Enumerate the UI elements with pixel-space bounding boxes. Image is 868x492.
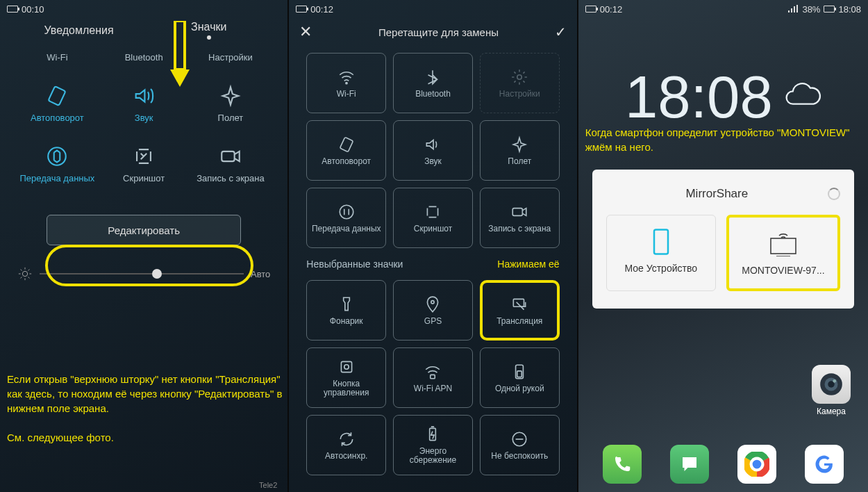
weather-icon [783,79,821,117]
svg-point-5 [346,82,347,83]
cell-dnd[interactable]: Не беспокоить [480,415,560,475]
tile-airplane[interactable]: Полет [187,73,274,133]
status-bar: 00:12 38% 18:08 [578,0,868,18]
dock-phone[interactable] [603,445,642,484]
battery-icon [296,6,307,13]
annotation-arrow [167,21,194,90]
unselected-grid: Фонарик GPS Трансляция Кнопка управления… [289,273,576,482]
annotation-highlight-edit [45,245,253,286]
tab-icons[interactable]: Значки [144,21,274,40]
status-time: 00:12 [600,4,623,15]
label-wifi: Wi-Fi [14,42,101,73]
brightness-icon [17,266,33,281]
svg-rect-0 [175,21,185,69]
panel-2-edit-tiles: 00:12 ✕ Перетащите для замены ✓ Wi-Fi Bl… [289,0,576,492]
cell-gps[interactable]: GPS [393,280,473,341]
svg-rect-12 [341,361,351,372]
svg-rect-3 [222,151,234,161]
lockscreen-clock: 18:08 [578,63,868,131]
clock-small: 18:08 [838,4,861,15]
svg-rect-1 [49,86,66,106]
cell-settings[interactable]: Настройки [480,53,560,113]
carrier-label: Tele2 [259,481,277,489]
dock [578,445,868,484]
dialog-title: MirrorShare [606,187,840,201]
annotation-text-2: Когда смартфон определит устройство "MON… [585,125,858,154]
svg-rect-14 [431,375,435,378]
cell-wifi[interactable]: Wi-Fi [306,53,386,113]
unselected-header: Невыбранные значки Нажимаем её [289,255,576,273]
svg-point-4 [22,271,27,276]
svg-point-8 [340,205,353,219]
status-bar: 00:12 [289,0,576,18]
qs-grid: Автоповорот Звук Полет Передача данных С… [0,73,287,194]
tile-autorotate[interactable]: Автоповорот [14,73,101,133]
tile-screenshot[interactable]: Скриншот [101,133,187,194]
cell-bluetooth[interactable]: Bluetooth [393,53,473,113]
dock-google[interactable] [805,445,844,484]
cell-navbutton[interactable]: Кнопка управления [306,347,386,408]
signal-icon [787,5,799,13]
spinner-icon [828,188,840,200]
app-camera-label: Камера [807,407,856,416]
dock-chrome[interactable] [737,445,776,484]
app-camera[interactable] [812,365,851,404]
annotation-hint: Нажимаем её [497,259,559,270]
status-time: 00:12 [310,4,333,15]
cell-wifiapn[interactable]: Wi-Fi APN [393,347,473,408]
svg-point-6 [517,74,522,79]
dock-messages[interactable] [670,445,709,484]
cell-cast[interactable]: Трансляция [480,280,560,341]
cell-flashlight[interactable]: Фонарик [306,280,386,341]
tab-notifications[interactable]: Уведомления [14,24,144,37]
svg-rect-20 [771,238,796,254]
battery-icon [7,6,18,13]
mirrorshare-dialog: MirrorShare Мое Устройство MONTOVIEW-97.… [592,170,854,309]
selected-grid: Wi-Fi Bluetooth Настройки Автоповорот Зв… [289,46,576,255]
device-mine[interactable]: Мое Устройство [606,215,716,291]
svg-rect-9 [513,208,523,215]
svg-point-13 [344,365,349,370]
cell-powersave[interactable]: Энерго сбережение [393,415,473,475]
panel-1-quicksettings: 00:10 Уведомления Значки Wi-Fi Bluetooth… [0,0,287,492]
battery-icon-2 [824,6,835,13]
edit-header: ✕ Перетащите для замены ✓ [289,18,576,46]
panel-3-mirrorshare: 00:12 38% 18:08 18:08 Когда смартфон опр… [578,0,868,492]
battery-icon [585,6,596,13]
top-labels: Wi-Fi Bluetooth Настройки [0,42,287,73]
qs-tabs: Уведомления Значки [0,18,287,42]
battery-percent: 38% [802,4,820,15]
device-montoview[interactable]: MONTOVIEW-97... [726,215,840,291]
svg-rect-7 [340,137,353,151]
cell-onehand[interactable]: Одной рукой [480,347,560,408]
edit-button[interactable]: Редактировать [47,215,241,245]
status-time: 00:10 [22,4,44,15]
svg-rect-16 [517,370,522,377]
cell-autorotate[interactable]: Автоповорот [306,120,386,181]
label-settings: Настройки [187,42,274,73]
cell-screenshot[interactable]: Скриншот [393,188,473,248]
cell-airplane[interactable]: Полет [480,120,560,181]
svg-rect-11 [514,299,524,306]
svg-point-10 [431,300,434,303]
tile-screenrecord[interactable]: Запись с экрана [187,133,274,194]
cell-autosync[interactable]: Автосинхр. [306,415,386,475]
status-bar: 00:10 [0,0,287,18]
svg-point-24 [833,379,836,383]
back-button[interactable]: ✕ [299,23,312,41]
cell-screenrecord[interactable]: Запись с экрана [480,188,560,248]
auto-brightness-label[interactable]: Авто [251,269,270,279]
edit-title: Перетащите для замены [322,26,554,38]
annotation-text-1: Если открыв "верхнюю шторку" нет кнопки … [7,372,287,445]
tile-mobiledata[interactable]: Передача данных [14,133,101,194]
cell-sound[interactable]: Звук [393,120,473,181]
svg-rect-19 [654,230,668,254]
confirm-button[interactable]: ✓ [555,24,567,40]
cell-mobiledata[interactable]: Передача данных [306,188,386,248]
